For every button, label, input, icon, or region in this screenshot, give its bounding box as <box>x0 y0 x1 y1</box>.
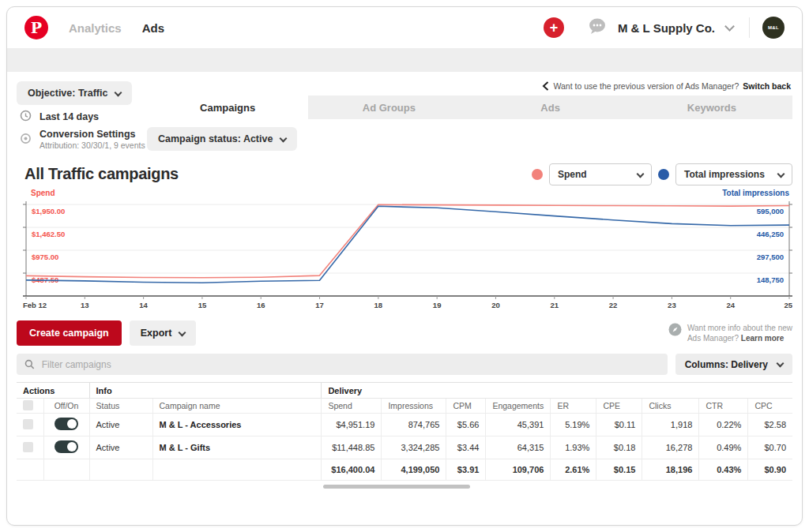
col-impressions: Impressions <box>382 399 446 414</box>
svg-text:148,750: 148,750 <box>757 275 784 284</box>
row-checkbox[interactable] <box>23 419 33 429</box>
cell-status: Active <box>89 414 152 436</box>
tab-ads[interactable]: Ads <box>470 96 631 119</box>
entity-tabs: Campaigns Ad Groups Ads Keywords <box>147 96 792 119</box>
svg-text:22: 22 <box>609 301 618 309</box>
svg-text:24: 24 <box>726 301 735 309</box>
chevron-down-icon <box>637 170 645 178</box>
chevron-down-icon <box>115 88 122 96</box>
group-info: Info <box>89 383 322 399</box>
objective-dropdown[interactable]: Objective: Traffic <box>17 81 132 105</box>
search-icon <box>24 359 35 369</box>
nav-ads[interactable]: Ads <box>142 21 164 35</box>
col-er: ER <box>551 399 596 414</box>
total-spend: $16,400.04 <box>322 459 382 481</box>
cell-campaign-name[interactable]: M & L - Accessories <box>152 414 322 436</box>
col-cpc: CPC <box>748 399 792 414</box>
chart-title: All Traffic campaigns <box>24 165 179 183</box>
cell-spend: $11,448.85 <box>322 436 382 459</box>
tab-keywords[interactable]: Keywords <box>631 96 792 119</box>
select-all-checkbox[interactable] <box>23 400 33 410</box>
campaign-status-dropdown[interactable]: Campaign status: Active <box>147 127 297 151</box>
left-axis-caption: Spend <box>31 189 55 197</box>
create-campaign-button[interactable]: Create campaign <box>17 320 122 346</box>
switch-back-action[interactable]: Switch back <box>743 81 791 91</box>
learn-more-link[interactable]: Learn more <box>741 334 784 343</box>
create-plus-icon[interactable]: + <box>544 17 564 38</box>
svg-text:25: 25 <box>784 301 792 309</box>
messages-icon[interactable] <box>588 17 607 38</box>
total-cpm: $3.91 <box>446 459 486 481</box>
group-delivery: Delivery <box>322 383 792 399</box>
compass-icon <box>668 323 682 336</box>
avatar[interactable]: M&L <box>762 17 785 39</box>
row-toggle-on[interactable] <box>55 418 78 430</box>
svg-text:595,000: 595,000 <box>757 207 784 215</box>
col-clicks: Clicks <box>642 399 699 414</box>
total-engagements: 109,706 <box>486 459 551 481</box>
svg-text:13: 13 <box>81 301 89 309</box>
col-offon: Off/On <box>43 399 89 414</box>
svg-text:15: 15 <box>198 301 207 309</box>
cell-status: Active <box>89 436 152 459</box>
date-range-control[interactable]: Last 14 days <box>20 110 99 124</box>
divider <box>749 17 750 38</box>
cell-clicks: 1,918 <box>642 414 699 436</box>
scrollbar-thumb[interactable] <box>323 485 470 489</box>
nav-analytics[interactable]: Analytics <box>69 21 122 35</box>
pinterest-logo-icon[interactable]: P <box>24 16 48 39</box>
row-checkbox[interactable] <box>23 442 33 452</box>
gear-icon <box>20 133 32 147</box>
chevron-down-icon <box>280 134 288 142</box>
svg-text:18: 18 <box>374 301 383 309</box>
cell-impressions: 3,324,285 <box>382 436 446 459</box>
table-toolbar: Create campaign Export Want more info ab… <box>7 320 802 347</box>
conversion-settings-title: Conversion Settings <box>40 129 145 140</box>
cell-impressions: 874,765 <box>382 414 446 436</box>
group-actions: Actions <box>17 383 89 399</box>
col-ctr: CTR <box>699 399 748 414</box>
cell-clicks: 16,278 <box>642 436 699 459</box>
total-impressions: 4,199,050 <box>382 459 446 481</box>
chevron-left-icon <box>542 81 549 91</box>
svg-text:297,500: 297,500 <box>757 253 784 261</box>
cell-spend: $4,951.19 <box>322 414 382 436</box>
impressions-metric-dropdown[interactable]: Total impressions <box>675 163 792 185</box>
export-button[interactable]: Export <box>130 320 197 346</box>
cell-ctr: 0.49% <box>699 436 748 459</box>
totals-row: $16,400.04 4,199,050 $3.91 109,706 2.61%… <box>17 459 792 481</box>
chevron-down-icon <box>777 360 785 368</box>
ads-manager-window: P Analytics Ads + M & L Supply Co. M&L O… <box>6 6 803 526</box>
impressions-legend-dot <box>658 169 669 180</box>
col-spend: Spend <box>322 399 382 414</box>
filter-campaigns-search[interactable] <box>17 354 668 375</box>
cell-cpm: $5.66 <box>446 414 486 436</box>
switch-back-link[interactable]: Want to use the previous version of Ads … <box>542 81 791 91</box>
date-range-label: Last 14 days <box>40 111 99 122</box>
row-toggle-on[interactable] <box>55 440 78 453</box>
chevron-down-icon <box>179 328 186 336</box>
search-input[interactable] <box>42 359 660 370</box>
svg-text:$1,950.00: $1,950.00 <box>32 207 65 215</box>
cell-ctr: 0.22% <box>699 414 748 436</box>
spend-metric-dropdown[interactable]: Spend <box>549 163 652 185</box>
controls-bar: Objective: Traffic Last 14 days Conversi… <box>7 72 802 157</box>
cell-campaign-name[interactable]: M & L - Gifts <box>152 436 322 459</box>
account-chevron-down-icon[interactable] <box>724 21 735 32</box>
table-row[interactable]: Active M & L - Accessories $4,951.19 874… <box>17 414 792 436</box>
columns-dropdown[interactable]: Columns: Delivery <box>675 354 792 375</box>
cell-engagements: 64,315 <box>486 436 551 459</box>
col-cpm: CPM <box>446 399 486 414</box>
col-campaign-name: Campaign name <box>152 399 322 414</box>
tab-ad-groups[interactable]: Ad Groups <box>308 96 469 119</box>
tab-campaigns[interactable]: Campaigns <box>147 96 308 119</box>
cell-cpe: $0.18 <box>596 436 642 459</box>
horizontal-scrollbar[interactable] <box>17 485 792 489</box>
col-cpe: CPE <box>596 399 642 414</box>
total-ctr: 0.43% <box>699 459 748 481</box>
account-name[interactable]: M & L Supply Co. <box>618 21 715 35</box>
conversion-settings-control[interactable]: Conversion Settings Attribution: 30/30/1… <box>20 129 145 150</box>
svg-text:20: 20 <box>491 301 500 309</box>
svg-text:16: 16 <box>257 301 265 309</box>
table-row[interactable]: Active M & L - Gifts $11,448.85 3,324,28… <box>17 436 792 459</box>
